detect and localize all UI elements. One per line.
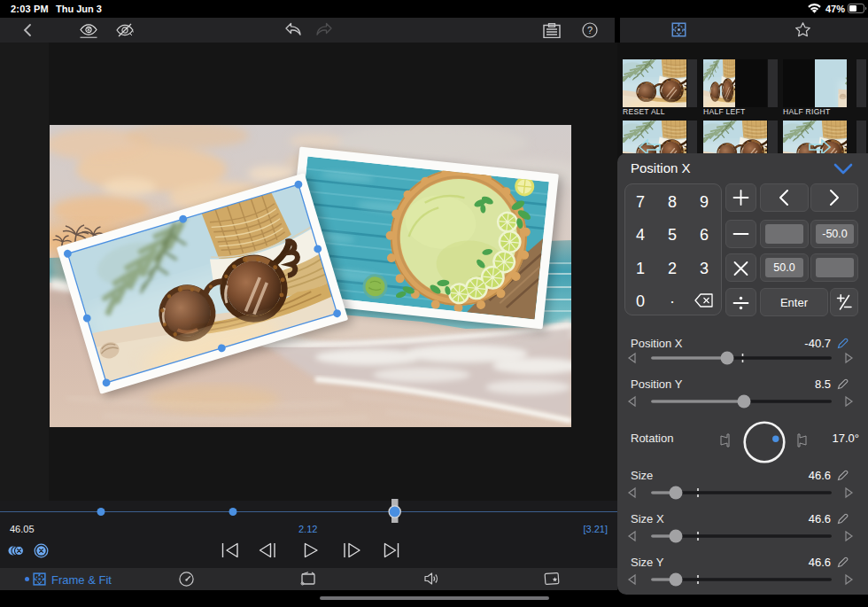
svg-text:?: ?: [587, 25, 593, 35]
